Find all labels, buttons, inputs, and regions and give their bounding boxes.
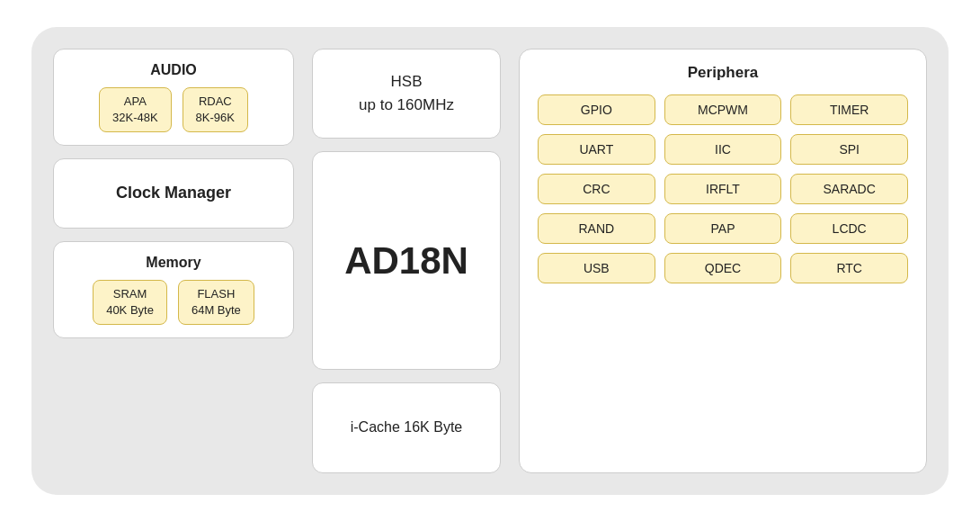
clock-manager-panel: Clock Manager — [53, 158, 294, 229]
peripheral-chip: PAP — [664, 213, 782, 244]
peripheral-chip: USB — [538, 253, 655, 283]
icache-panel: i-Cache 16K Byte — [312, 382, 501, 473]
rdac-chip: RDAC 8K-96K — [183, 87, 248, 132]
sram-line1: SRAM — [106, 286, 154, 302]
peripheral-chip: SARADC — [790, 174, 908, 204]
sram-line2: 40K Byte — [106, 302, 154, 319]
peripheral-chip: RAND — [538, 213, 655, 244]
memory-chips-row: SRAM 40K Byte FLASH 64M Byte — [67, 280, 281, 325]
rdac-line1: RDAC — [196, 94, 235, 110]
middle-column: HSBup to 160MHz AD18N i-Cache 16K Byte — [312, 49, 501, 473]
apa-line2: 32K-48K — [112, 110, 158, 126]
peripheral-chip: CRC — [538, 174, 655, 204]
peripheral-chip: SPI — [790, 134, 908, 165]
apa-line1: APA — [112, 94, 158, 110]
left-column: AUDIO APA 32K-48K RDAC 8K-96K Clock Mana… — [53, 49, 294, 473]
peripheral-chip: IIC — [664, 134, 782, 165]
peripheral-chip: IRFLT — [664, 174, 782, 204]
main-container: AUDIO APA 32K-48K RDAC 8K-96K Clock Mana… — [31, 27, 949, 495]
right-column: Periphera GPIOMCPWMTIMERUARTIICSPICRCIRF… — [519, 49, 927, 473]
audio-title: AUDIO — [67, 62, 281, 78]
ad18n-panel: AD18N — [312, 151, 501, 369]
memory-panel: Memory SRAM 40K Byte FLASH 64M Byte — [53, 241, 294, 338]
hsb-text: HSBup to 160MHz — [359, 70, 454, 116]
peripheral-chip: GPIO — [538, 94, 655, 125]
rdac-line2: 8K-96K — [196, 110, 235, 126]
peripheral-chip: MCPWM — [664, 94, 782, 125]
apa-chip: APA 32K-48K — [99, 87, 172, 132]
audio-panel: AUDIO APA 32K-48K RDAC 8K-96K — [53, 49, 294, 146]
flash-line2: 64M Byte — [192, 302, 241, 319]
clock-manager-title: Clock Manager — [116, 184, 231, 202]
chip-name: AD18N — [344, 239, 468, 283]
peripherals-grid: GPIOMCPWMTIMERUARTIICSPICRCIRFLTSARADCRA… — [538, 94, 908, 283]
peripherals-title: Periphera — [538, 64, 908, 82]
flash-chip: FLASH 64M Byte — [178, 280, 254, 325]
peripheral-chip: TIMER — [790, 94, 908, 125]
peripheral-chip: QDEC — [664, 253, 782, 283]
peripheral-chip: UART — [538, 134, 655, 165]
sram-chip: SRAM 40K Byte — [93, 280, 167, 325]
peripheral-chip: RTC — [790, 253, 908, 283]
audio-chips-row: APA 32K-48K RDAC 8K-96K — [67, 87, 281, 132]
memory-title: Memory — [67, 255, 281, 271]
hsb-panel: HSBup to 160MHz — [312, 49, 501, 139]
flash-line1: FLASH — [192, 286, 241, 302]
icache-text: i-Cache 16K Byte — [351, 419, 463, 436]
peripheral-chip: LCDC — [790, 213, 908, 244]
